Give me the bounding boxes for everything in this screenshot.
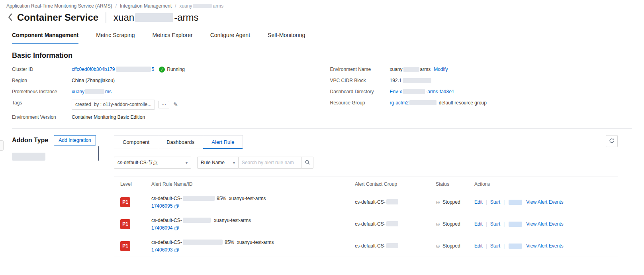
alert-rule-id-link[interactable]: 17406093 [151,247,172,253]
edit-link[interactable]: Edit [474,221,483,227]
breadcrumb-item-integration-management[interactable]: Integration Management [120,3,172,9]
tab-configure-agent[interactable]: Configure Agent [210,28,250,44]
breadcrumb-current-prefix: xuany [179,3,192,9]
tab-component[interactable]: Component [114,136,158,149]
search-input[interactable] [239,157,301,169]
environment-name-label: Environment Name [330,66,390,73]
prometheus-instance-link[interactable]: xuanyms [72,88,112,95]
tab-metrics-explorer[interactable]: Metrics Explorer [153,28,193,44]
search-button[interactable] [301,157,313,169]
page-header: Container Service xuan-arms [0,10,644,28]
dashboard-directory-link[interactable]: Env-x-arms-fad8e1 [390,88,454,95]
title-divider [106,12,106,23]
region-row: Region China (Zhangjiakou) [12,77,314,84]
redacted-text [386,243,398,248]
redacted-text [409,100,437,105]
rule-name-suffix: 85%_xuanyu-test-arms [223,240,274,245]
redacted-text [183,196,215,201]
start-link[interactable]: Start [490,243,500,249]
redacted-text [386,221,398,226]
redacted-text [403,67,419,72]
panel-tabs: Component Dashboards Alert Rule [114,135,243,149]
alert-contact-group: cs-default-CS- [355,221,436,227]
tab-metric-scraping[interactable]: Metric Scraping [96,28,135,44]
view-alert-events-link[interactable]: View Alert Events [526,199,563,205]
prometheus-instance-label: Prometheus Instance [12,88,72,95]
collapse-panel-handle[interactable] [0,140,4,151]
redacted-text [386,199,398,204]
start-link[interactable]: Start [490,221,500,227]
redacted-text [403,89,425,94]
more-tags-button[interactable]: ··· [158,101,169,108]
action-separator: | [503,199,505,205]
refresh-button[interactable] [606,135,618,147]
tab-dashboards[interactable]: Dashboards [158,136,203,149]
resource-group-link[interactable]: rg-acfm2 [390,100,437,106]
redacted-action [509,244,522,249]
redacted-text [116,67,151,72]
addon-type-title: Addon Type [12,137,48,144]
instance-name: xuan-arms [114,12,198,23]
view-alert-events-link[interactable]: View Alert Events [526,243,563,249]
tab-component-management[interactable]: Component Management [12,28,78,44]
copy-icon[interactable] [174,204,179,208]
running-check-icon: ✓ [159,67,165,73]
breadcrumb-item-arms[interactable]: Application Real-Time Monitoring Service… [6,3,112,9]
tab-alert-rule[interactable]: Alert Rule [203,136,243,149]
environment-version-row: Environment Version Container Monitoring… [12,114,314,121]
addon-type-panel: Addon Type Add Integration [12,135,98,257]
copy-icon[interactable] [174,226,179,230]
chevron-down-icon: ▾ [186,161,188,165]
action-separator: | [486,199,487,205]
rule-name-suffix: 95%_xuanyu-test-arms [215,196,266,201]
header-actions: Actions [474,181,618,187]
header-level: Level [114,181,151,187]
edit-link[interactable]: Edit [474,243,483,249]
redacted-text [183,218,211,223]
rule-name-suffix: _xuanyu-test-arms [211,218,251,223]
alert-rules-table: Level Alert Rule Name/ID Alert Contact G… [114,177,618,257]
copy-icon[interactable] [174,248,179,252]
environment-name-suffix: arms [420,66,431,73]
dashboard-directory-label: Dashboard Directory [330,88,390,95]
basic-information-section: Basic Information Cluster ID cffc0ed0f0b… [0,44,644,129]
loading-skeleton [12,153,45,161]
action-separator: | [486,243,487,249]
action-separator: | [486,221,487,227]
view-alert-events-link[interactable]: View Alert Events [526,221,563,227]
tags-label: Tags [12,100,72,106]
status-text: Stopped [442,199,460,205]
rule-name-select[interactable]: Rule Name ▾ [197,157,239,169]
tab-self-monitoring[interactable]: Self-Monitoring [268,28,305,44]
add-integration-button[interactable]: Add Integration [54,135,96,145]
edit-link[interactable]: Edit [474,199,483,205]
search-combo: Rule Name ▾ [197,157,313,169]
start-link[interactable]: Start [490,199,500,205]
node-scope-select[interactable]: cs-default-CS-节点 ▾ [114,157,191,169]
rule-name-prefix: cs-default-CS- [151,196,182,201]
alert-rule-id-link[interactable]: 17406094 [151,225,172,231]
edit-tags-icon[interactable]: ✎ [173,101,178,108]
table-row: P1 cs-default-CS- 85%_xuanyu-test-arms 1… [114,235,618,257]
cluster-id-link[interactable]: cffc0ed0f0b304b1795 [72,66,154,73]
table-row: P1 cs-default-CS-_xuanyu-test-arms 17406… [114,213,618,235]
prometheus-suffix: ms [105,89,112,94]
action-separator: | [503,221,505,227]
status-cell: ⊖ Stopped [436,243,474,249]
scrollbar-thumb[interactable] [98,146,99,161]
cluster-id-label: Cluster ID [12,66,72,73]
actions-cell: Edit | Start | View Alert Events [474,199,618,205]
rule-name-value: Rule Name [201,160,225,165]
resource-group-default-text: default resource group [439,100,487,106]
dashboard-prefix: Env-x [390,89,402,94]
severity-badge: P1 [120,219,130,229]
basic-info-right-column: Environment Name xuanyarms Modify VPC CI… [330,66,632,125]
instance-prefix: xuan [114,12,134,23]
modify-link[interactable]: Modify [434,66,448,73]
resource-group-prefix: rg-acfm2 [390,100,409,106]
actions-cell: Edit | Start | View Alert Events [474,221,618,227]
alert-rule-id-link[interactable]: 17406095 [151,203,172,209]
region-label: Region [12,77,72,84]
back-button[interactable] [6,12,14,23]
vpc-cidr-row: VPC CIDR Block 192.1 [330,77,632,84]
